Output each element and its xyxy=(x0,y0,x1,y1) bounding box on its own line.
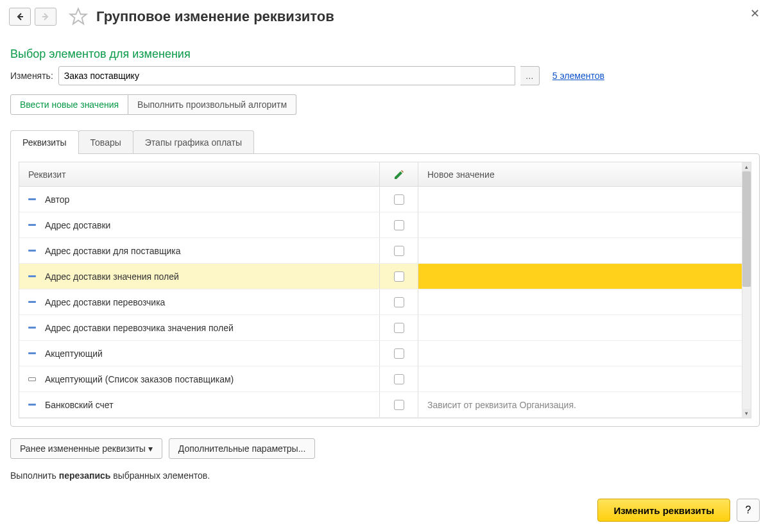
requisite-label: Автор xyxy=(45,194,69,205)
row-type-icon xyxy=(28,250,36,252)
enter-values-button[interactable]: Ввести новые значения xyxy=(10,94,128,115)
footer-text: Выполнить перезапись выбранных элементов… xyxy=(10,470,760,481)
edit-checkbox[interactable] xyxy=(394,400,404,410)
row-type-icon xyxy=(28,352,36,354)
row-type-icon xyxy=(28,198,36,200)
apply-button[interactable]: Изменить реквизиты xyxy=(597,499,730,522)
help-button[interactable]: ? xyxy=(737,499,760,522)
requisite-label: Адрес доставки xyxy=(45,220,110,230)
table-row[interactable]: Адрес доставки xyxy=(19,212,751,238)
column-header-edit-icon[interactable] xyxy=(380,162,418,186)
scroll-down-icon[interactable]: ▾ xyxy=(742,409,751,418)
column-header-requisite[interactable]: Реквизит xyxy=(19,162,380,186)
requisite-label: Акцептующий (Список заказов поставщикам) xyxy=(45,374,234,384)
row-type-icon xyxy=(28,327,36,329)
edit-checkbox[interactable] xyxy=(394,374,404,384)
requisite-label: Адрес доставки для поставщика xyxy=(45,246,180,256)
tab-requisites[interactable]: Реквизиты xyxy=(10,130,79,154)
edit-checkbox[interactable] xyxy=(394,323,404,333)
previously-changed-button[interactable]: Ранее измененные реквизиты ▾ xyxy=(10,438,162,459)
page-title: Групповое изменение реквизитов xyxy=(96,8,334,25)
table-row[interactable]: Банковский счетЗависит от реквизита Орга… xyxy=(19,392,751,418)
favorite-star-icon[interactable] xyxy=(67,5,90,28)
table-row[interactable]: Автор xyxy=(19,187,751,212)
table-row[interactable]: Адрес доставки для поставщика xyxy=(19,238,751,264)
requisite-label: Адрес доставки перевозчика xyxy=(45,297,165,307)
edit-checkbox[interactable] xyxy=(394,220,404,230)
row-type-icon xyxy=(28,404,36,406)
close-icon[interactable]: ✕ xyxy=(750,6,760,21)
table-row[interactable]: Адрес доставки значения полей xyxy=(19,264,751,289)
ellipsis-picker-button[interactable]: … xyxy=(520,66,540,85)
table-row[interactable]: Адрес доставки перевозчика значения поле… xyxy=(19,315,751,341)
table-row[interactable]: Акцептующий (Список заказов поставщикам) xyxy=(19,366,751,392)
requisite-label: Адрес доставки перевозчика значения поле… xyxy=(45,323,234,333)
run-algorithm-button[interactable]: Выполнить произвольный алгоритм xyxy=(128,94,296,115)
section-heading: Выбор элементов для изменения xyxy=(10,47,760,61)
requisite-label: Адрес доставки значения полей xyxy=(45,271,179,282)
requisite-label: Банковский счет xyxy=(45,400,114,410)
chevron-down-icon: ▾ xyxy=(146,443,153,454)
table-row[interactable]: Адрес доставки перевозчика xyxy=(19,289,751,315)
tab-payment-stages[interactable]: Этапы графика оплаты xyxy=(133,130,254,154)
row-type-icon xyxy=(28,377,36,381)
value-text: Зависит от реквизита Организация. xyxy=(427,400,576,410)
row-type-icon xyxy=(28,275,36,277)
edit-checkbox[interactable] xyxy=(394,194,404,205)
vertical-scrollbar[interactable]: ▴ ▾ xyxy=(742,162,751,418)
edit-checkbox[interactable] xyxy=(394,271,404,282)
tab-goods[interactable]: Товары xyxy=(78,130,133,154)
edit-checkbox[interactable] xyxy=(394,246,404,256)
table-row[interactable]: Акцептующий xyxy=(19,341,751,366)
additional-params-button[interactable]: Дополнительные параметры... xyxy=(169,438,316,459)
scroll-up-icon[interactable]: ▴ xyxy=(742,162,751,171)
elements-count-link[interactable]: 5 элементов xyxy=(552,71,604,81)
change-label: Изменять: xyxy=(10,71,53,81)
change-input[interactable] xyxy=(58,66,515,85)
scroll-thumb[interactable] xyxy=(742,171,751,287)
requisite-label: Акцептующий xyxy=(45,348,103,359)
row-type-icon xyxy=(28,301,36,303)
edit-checkbox[interactable] xyxy=(394,297,404,307)
column-header-value[interactable]: Новое значение xyxy=(418,162,751,186)
forward-button xyxy=(35,8,56,26)
back-button[interactable] xyxy=(9,8,31,26)
row-type-icon xyxy=(28,224,36,226)
edit-checkbox[interactable] xyxy=(394,348,404,359)
